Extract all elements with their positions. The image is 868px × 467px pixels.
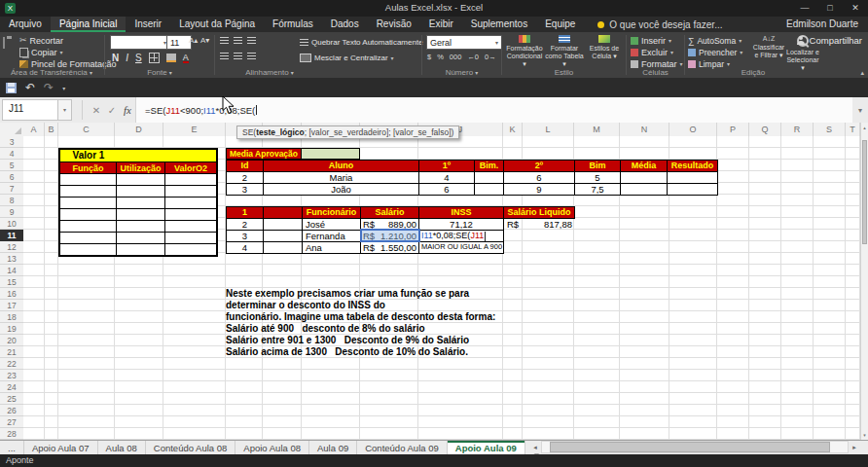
empty-cell[interactable]	[117, 243, 165, 255]
name-box-dropdown-icon[interactable]: ▾	[58, 99, 72, 121]
borders-icon[interactable]	[149, 53, 160, 63]
empty-cell[interactable]	[117, 185, 165, 197]
fill-color-icon[interactable]	[166, 54, 176, 62]
close-button[interactable]: ✕	[843, 0, 868, 17]
row-header-6[interactable]: 6	[0, 171, 23, 183]
fill-button[interactable]: Preencher▾	[688, 47, 742, 57]
cell[interactable]: Fernanda	[303, 231, 361, 242]
media-aprovacao-green-cell[interactable]	[302, 148, 360, 160]
tab-f-rmulas[interactable]: Fórmulas	[264, 17, 322, 32]
media-aprovacao-cell[interactable]: Media Aprovação	[226, 148, 302, 160]
row-header-11[interactable]: 11	[0, 230, 23, 241]
number-format-select[interactable]: Geral▾	[426, 35, 502, 50]
sheet-tab-apoio-aula-07[interactable]: Apoio Aula 07	[24, 441, 98, 455]
row-header-24[interactable]: 24	[0, 381, 23, 393]
row-header-8[interactable]: 8	[0, 195, 23, 206]
format-as-table-button[interactable]: Formatar como Tabela ▾	[545, 34, 584, 67]
align-top-icon[interactable]	[220, 37, 229, 44]
formula-input[interactable]: =SE(J11<900;I11*0,08;SE(	[135, 97, 852, 123]
row-header-26[interactable]: 26	[0, 405, 23, 416]
empty-cell[interactable]	[165, 208, 216, 220]
grades-header-cell[interactable]: Bim	[575, 161, 621, 172]
empty-cell[interactable]	[60, 173, 117, 185]
grades-header-cell[interactable]: Bim.	[475, 161, 504, 172]
cell[interactable]	[504, 242, 575, 254]
vertical-scroll-thumb[interactable]	[862, 140, 867, 244]
cell[interactable]: João	[264, 184, 419, 196]
salary-header-cell[interactable]: Funcionário	[303, 207, 361, 219]
shrink-font-button[interactable]: A▾	[200, 36, 209, 45]
cell[interactable]: 2	[227, 219, 264, 231]
cell[interactable]: 9	[504, 184, 575, 196]
percent-format-icon[interactable]: %	[437, 53, 444, 61]
grades-header-cell[interactable]: Aluno	[264, 161, 419, 172]
cell[interactable]: Ana	[303, 242, 361, 254]
cell[interactable]: 7,5	[575, 184, 621, 196]
cell[interactable]: 6	[504, 172, 575, 184]
cell[interactable]	[668, 172, 718, 184]
empty-cell[interactable]	[165, 220, 216, 232]
redo-icon[interactable]: ↷	[44, 82, 54, 93]
cell[interactable]	[504, 231, 575, 242]
sheet-nav-more[interactable]: ...	[0, 441, 24, 455]
underline-button[interactable]: S	[135, 53, 142, 63]
tab-p-gina-inicial[interactable]: Página Inicial	[51, 17, 126, 32]
cell[interactable]: 71,12	[419, 219, 504, 231]
dialog-launcher-icon[interactable]: ▾	[291, 70, 294, 76]
cell[interactable]	[264, 242, 303, 254]
row-header-23[interactable]: 23	[0, 370, 23, 381]
maximize-button[interactable]: □	[817, 0, 843, 17]
cell[interactable]	[668, 184, 718, 196]
horizontal-scrollbar[interactable]: ◂ ▸	[529, 441, 860, 453]
column-header-C[interactable]: C	[58, 123, 115, 136]
scroll-left-icon[interactable]: ◂	[529, 444, 541, 451]
tab-arquivo[interactable]: Arquivo	[0, 17, 51, 32]
currency-format-icon[interactable]: $	[427, 53, 431, 61]
tab-suplementos[interactable]: Suplementos	[462, 17, 536, 32]
wrap-text-button[interactable]: Quebrar Texto Automaticamente	[300, 37, 423, 48]
row-header-18[interactable]: 18	[0, 311, 23, 323]
tab-inserir[interactable]: Inserir	[126, 17, 170, 32]
collapse-ribbon-icon[interactable]: ▴	[860, 69, 864, 77]
cell-styles-button[interactable]: Estilos de Célula ▾	[585, 34, 624, 67]
column-header-R[interactable]: R	[781, 123, 814, 136]
tab-revis-o[interactable]: Revisão	[368, 17, 420, 32]
sort-filter-button[interactable]: A↓ZClassificar e Filtrar ▾	[752, 34, 785, 67]
empty-cell[interactable]	[165, 185, 216, 197]
row-header-14[interactable]: 14	[0, 265, 23, 276]
row-header-16[interactable]: 16	[0, 288, 23, 300]
tab-layout-da-p-gina[interactable]: Layout da Página	[170, 17, 264, 32]
grow-font-button[interactable]: A▴	[189, 36, 198, 45]
column-header-P[interactable]: P	[717, 123, 749, 136]
grades-header-cell[interactable]: 1º	[419, 161, 475, 172]
sheet-tab-conte-do-aula-08[interactable]: Conteúdo Aula 08	[146, 441, 236, 455]
column-header-D[interactable]: D	[115, 123, 163, 136]
grades-header-cell[interactable]: 2º	[504, 161, 575, 172]
sheet-tab-conte-do-aula-09[interactable]: Conteúdo Aula 09	[357, 441, 448, 455]
valor1-header-cell[interactable]: Utilização	[117, 162, 165, 173]
row-header-15[interactable]: 15	[0, 276, 23, 288]
grades-header-cell[interactable]: Resultado	[668, 161, 718, 172]
cancel-formula-button[interactable]: ✕	[89, 105, 104, 116]
salary-header-cell[interactable]: 1	[227, 207, 264, 219]
cell[interactable]: 3	[227, 231, 264, 242]
empty-cell[interactable]	[117, 220, 165, 232]
tab-dados[interactable]: Dados	[322, 17, 368, 32]
row-header-21[interactable]: 21	[0, 346, 23, 358]
row-header-9[interactable]: 9	[0, 206, 23, 218]
empty-cell[interactable]	[60, 185, 117, 197]
dialog-launcher-icon[interactable]: ▾	[90, 70, 92, 76]
cell[interactable]: 6	[419, 184, 475, 196]
scroll-up-icon[interactable]: ▴	[861, 125, 868, 130]
row-header-25[interactable]: 25	[0, 393, 23, 405]
minimize-button[interactable]: —	[792, 0, 817, 17]
delete-cells-button[interactable]: Excluir▾	[631, 47, 683, 57]
horizontal-scroll-track[interactable]	[541, 441, 849, 453]
insert-function-button[interactable]: fx	[120, 104, 135, 116]
salary-header-cell[interactable]: INSS	[419, 207, 504, 219]
cell[interactable]	[264, 231, 303, 242]
empty-cell[interactable]	[117, 197, 165, 208]
column-header-L[interactable]: L	[523, 123, 574, 136]
empty-cell[interactable]	[60, 243, 117, 255]
align-left-icon[interactable]	[220, 53, 229, 59]
